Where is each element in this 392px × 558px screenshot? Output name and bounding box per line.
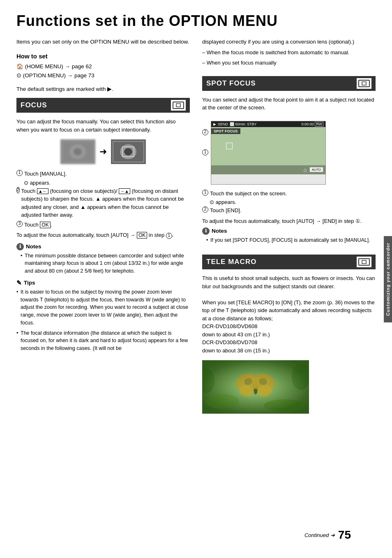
page-footer: Continued ➜ 75 [16, 528, 376, 542]
how-to-set-heading: How to set [16, 53, 190, 60]
focus-section-header: FOCUS [16, 98, 190, 113]
spot-step-2-text: Touch [END]. [210, 206, 242, 215]
tele-macro-body: This is useful to shoot small subjects, … [202, 274, 376, 354]
topbar-counter-area: 0:00:00 RW [302, 122, 323, 126]
diagram-topbar: ▶ SEND ⬜ 60min STBY 0:00:00 RW [211, 121, 325, 127]
continued-label: Continued ➜ [304, 532, 335, 538]
spot-step-1-sub: ⊙ appears. [210, 199, 376, 205]
default-settings-text: The default settings are marked with ▶. [16, 86, 190, 92]
topbar-time: ⬜ 60min [230, 122, 245, 126]
step-2-text: Touch ▲← (focusing on close subjects)/ →… [21, 187, 190, 219]
right-item-1: – When the focus mode is switched from a… [202, 49, 376, 57]
svg-rect-12 [362, 82, 366, 85]
focus-step-3: 3 Touch OK. [16, 221, 190, 229]
diagram-bottom-icons: ⌂ AUTO [211, 165, 325, 174]
focus-step-1: 1 Touch [MANUAL]. [16, 170, 190, 178]
tele-macro-dist-2: down to about 38 cm (15 in.) [202, 347, 376, 355]
spot-auto-text: To adjust the focus automatically, touch… [202, 218, 376, 224]
topbar-send: SEND [218, 122, 228, 126]
right-column: displayed correctly if you are using a c… [202, 38, 376, 520]
step-1-num: 1 [16, 170, 23, 176]
svg-rect-14 [362, 260, 366, 264]
arrow-between-images: ➜ [99, 146, 107, 157]
step-3-text: Touch OK. [24, 221, 52, 229]
svg-point-4 [74, 148, 82, 155]
auto-step-text: To adjust the focus automatically, touch… [16, 232, 190, 238]
tele-macro-section-header: TELE MACRO [202, 255, 376, 269]
tips-header: ✎ Tips [16, 279, 190, 287]
tips-list: It is easier to focus on the subject by … [16, 288, 190, 352]
tele-macro-model-2: DCR-DVD308/DVD708 [202, 338, 376, 347]
tele-macro-model-1: DCR-DVD108/DVD608 [202, 322, 376, 331]
right-item-2: – When you set focus manually [202, 59, 376, 67]
tele-macro-icon [357, 257, 371, 267]
topbar-stby: STBY [247, 122, 257, 126]
spot-focus-title: SPOT FOCUS [206, 79, 256, 88]
svg-point-22 [258, 377, 267, 386]
svg-point-21 [243, 377, 253, 386]
auto-button-diagram: AUTO [309, 167, 323, 172]
diagram-home-icon: ⌂ [303, 167, 307, 173]
spot-step-1-num: 1 [202, 190, 208, 196]
step-1-text: Touch [MANUAL]. [24, 170, 67, 178]
spot-step-2: 2 Touch [END]. [202, 206, 376, 215]
spot-focus-steps: 1 Touch the subject on the screen. ⊙ app… [202, 190, 376, 215]
svg-point-16 [253, 380, 258, 394]
svg-point-23 [206, 394, 239, 409]
focus-sharp-image [111, 139, 146, 164]
spot-focus-sym: ⊙ [210, 199, 214, 205]
spot-step-2-num: 2 [202, 206, 208, 213]
spot-notes-icon: ℹ [202, 227, 210, 235]
step-1-sub: ⊙ appears. [24, 180, 190, 186]
tele-macro-text-1: This is useful to shoot small subjects, … [202, 274, 376, 290]
page: Functions set in the OPTION MENU Items y… [0, 0, 392, 558]
topbar-rw: RW [315, 122, 323, 127]
focus-steps: 1 Touch [MANUAL]. ⊙ appears. 2 Touch ▲← … [16, 170, 190, 229]
focus-icon [171, 100, 186, 111]
tip-item-1: It is easier to focus on the subject by … [16, 288, 190, 327]
step-3-num: 3 [16, 221, 23, 227]
tele-macro-text-2: When you set [TELE MACRO] to [ON] (T), t… [202, 299, 376, 323]
sidebar-label: Customizing your camcorder [384, 236, 392, 322]
spot-focus-icon [357, 78, 371, 89]
focus-icon-sym: ⊙ [24, 180, 28, 186]
svg-point-18 [250, 371, 277, 395]
spot-focus-section-header: SPOT FOCUS [202, 76, 376, 91]
footer-arrow: ➜ [330, 532, 335, 538]
spot-note-item-1: If you set [SPOT FOCUS], [FOCUS] is auto… [206, 236, 376, 244]
tele-macro-dist-1: down to about 43 cm (17 in.) [202, 331, 376, 339]
focus-step-2: 2 Touch ▲← (focusing on close subjects)/… [16, 187, 190, 219]
focus-tips: ✎ Tips It is easier to focus on the subj… [16, 279, 190, 352]
diagram-label-2: 2 [202, 129, 208, 135]
svg-rect-15 [202, 360, 309, 414]
spot-step-1-text: Touch the subject on the screen. [210, 190, 287, 198]
svg-rect-11 [359, 80, 369, 87]
page-number: 75 [338, 528, 351, 542]
home-icon: 🏠 [16, 63, 23, 69]
spot-notes-header: ℹ Notes [202, 227, 376, 235]
svg-point-25 [202, 368, 214, 393]
tips-icon: ✎ [16, 279, 22, 287]
spot-step-1: 1 Touch the subject on the screen. [202, 190, 376, 198]
svg-point-24 [264, 399, 305, 412]
tip-item-2: The focal distance information (the dist… [16, 329, 190, 352]
svg-point-17 [234, 371, 261, 395]
notes-list: The minimum possible distance between ca… [16, 252, 190, 275]
step-2-num: 2 [16, 187, 20, 193]
note-item-1: The minimum possible distance between ca… [21, 252, 190, 275]
svg-point-26 [292, 364, 309, 390]
svg-point-8 [124, 148, 132, 155]
focus-images: ➜ [16, 139, 190, 164]
tele-macro-title: TELE MACRO [206, 258, 256, 266]
focus-notes: ℹ Notes The minimum possible distance be… [16, 243, 190, 275]
home-menu-line: 🏠 (HOME MENU) → page 62 [16, 62, 190, 71]
focus-body: You can adjust the focus manually. You c… [16, 118, 190, 134]
spot-focus-text: You can select and adjust the focal poin… [202, 96, 376, 112]
focus-blurry-image [60, 139, 95, 164]
page-title: Functions set in the OPTION MENU [16, 12, 376, 30]
spot-focus-diagram: 2 1 ▶ SEND ⬜ 60min STBY 0:00 [202, 121, 326, 185]
svg-rect-13 [359, 259, 369, 265]
how-to-set: How to set 🏠 (HOME MENU) → page 62 ⊙ (OP… [16, 53, 190, 80]
svg-rect-0 [173, 102, 184, 109]
right-intro: displayed correctly if you are using a c… [202, 38, 376, 46]
